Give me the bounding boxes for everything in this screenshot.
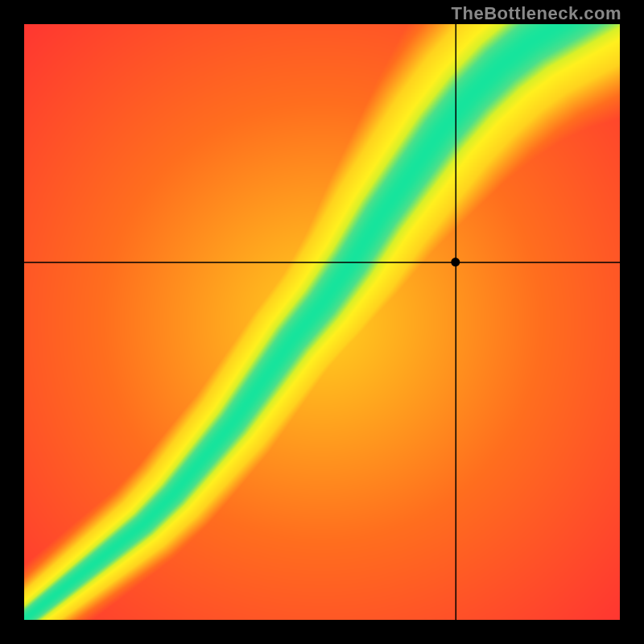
heatmap-plot <box>24 24 620 620</box>
chart-container: TheBottleneck.com <box>0 0 644 644</box>
heatmap-canvas <box>24 24 620 620</box>
watermark-text: TheBottleneck.com <box>452 3 621 24</box>
